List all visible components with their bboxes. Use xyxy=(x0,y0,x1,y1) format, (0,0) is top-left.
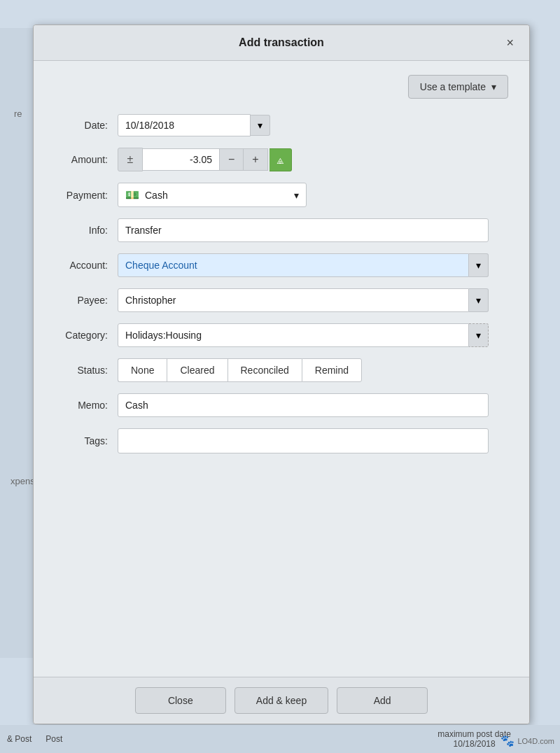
status-row: Status: None Cleared Reconciled Remind xyxy=(55,358,508,382)
sidebar xyxy=(0,28,35,658)
payment-label: Payment: xyxy=(55,190,118,201)
max-date-value: 10/18/2018 xyxy=(454,739,496,749)
chevron-down-icon xyxy=(294,190,299,201)
payment-left: 💵 Cash xyxy=(125,188,168,202)
chevron-down-icon xyxy=(491,81,496,92)
memo-row: Memo: xyxy=(55,393,508,417)
memo-label: Memo: xyxy=(55,400,118,411)
close-button[interactable]: Close xyxy=(135,687,226,714)
payee-container xyxy=(118,288,489,312)
payee-input[interactable] xyxy=(118,288,469,312)
date-label: Date: xyxy=(55,120,118,131)
amount-minus-button[interactable]: − xyxy=(220,148,244,171)
payee-row: Payee: xyxy=(55,288,508,312)
cash-icon: 💵 xyxy=(125,188,139,202)
status-none-button[interactable]: None xyxy=(118,358,167,382)
tags-label: Tags: xyxy=(55,435,118,446)
max-date-container: maximum post date 10/18/2018 xyxy=(438,729,511,749)
tags-input[interactable] xyxy=(118,428,489,453)
amount-input[interactable] xyxy=(143,148,220,171)
close-icon[interactable]: × xyxy=(502,34,518,52)
amount-split-button[interactable]: ⟁ xyxy=(270,148,292,171)
watermark-text: LO4D.com xyxy=(517,737,554,745)
chevron-down-icon xyxy=(476,261,481,271)
category-row: Category: xyxy=(55,323,508,347)
amount-label: Amount: xyxy=(55,154,118,165)
split-icon: ⟁ xyxy=(276,153,284,167)
payment-value: Cash xyxy=(145,190,168,201)
info-row: Info: xyxy=(55,218,508,242)
sidebar-xpens-label: xpens xyxy=(10,476,35,486)
category-input[interactable] xyxy=(118,323,469,347)
amount-sign: ± xyxy=(118,148,143,171)
modal-body: Use a template Date: Amount: ± − + xyxy=(34,61,529,479)
modal-title: Add transaction xyxy=(239,36,324,49)
info-input[interactable] xyxy=(118,218,489,242)
chevron-down-icon xyxy=(476,331,481,341)
memo-input[interactable] xyxy=(118,393,489,417)
account-dropdown-button[interactable] xyxy=(469,253,489,277)
watermark: 🐾 LO4D.com xyxy=(500,734,554,747)
account-input[interactable] xyxy=(118,253,469,277)
date-row: Date: xyxy=(55,114,508,136)
category-container xyxy=(118,323,489,347)
sidebar-re-label: re xyxy=(14,108,22,119)
payment-row: Payment: 💵 Cash xyxy=(55,183,508,207)
account-row: Account: xyxy=(55,253,508,277)
date-container xyxy=(118,114,270,136)
post-label: & Post xyxy=(7,734,31,744)
max-date-label: maximum post date xyxy=(438,729,511,739)
add-button[interactable]: Add xyxy=(337,687,428,714)
status-reconciled-button[interactable]: Reconciled xyxy=(227,358,302,382)
status-remind-button[interactable]: Remind xyxy=(302,358,362,382)
account-container xyxy=(118,253,489,277)
chevron-down-icon xyxy=(476,296,481,306)
tags-row: Tags: xyxy=(55,428,508,453)
account-label: Account: xyxy=(55,260,118,271)
category-dropdown-button[interactable] xyxy=(469,323,489,347)
status-container: None Cleared Reconciled Remind xyxy=(118,358,362,382)
use-template-button[interactable]: Use a template xyxy=(408,75,508,99)
date-dropdown-button[interactable] xyxy=(251,115,270,136)
amount-container: ± − + ⟁ xyxy=(118,148,292,171)
payment-dropdown[interactable]: 💵 Cash xyxy=(118,183,307,207)
payee-dropdown-button[interactable] xyxy=(469,288,489,312)
modal-header: Add transaction × xyxy=(34,25,529,61)
add-keep-button[interactable]: Add & keep xyxy=(234,687,328,714)
status-bar: & Post Post maximum post date 10/18/2018… xyxy=(0,725,560,753)
template-row: Use a template xyxy=(55,75,508,99)
amount-plus-button[interactable]: + xyxy=(244,148,267,171)
amount-row: Amount: ± − + ⟁ xyxy=(55,148,508,171)
status-cleared-button[interactable]: Cleared xyxy=(167,358,227,382)
post-only-label: Post xyxy=(46,734,62,744)
status-label: Status: xyxy=(55,365,118,376)
chevron-down-icon xyxy=(258,121,262,131)
watermark-icon: 🐾 xyxy=(500,734,514,747)
add-transaction-modal: Add transaction × Use a template Date: A… xyxy=(33,24,530,724)
payee-label: Payee: xyxy=(55,295,118,306)
modal-footer: Close Add & keep Add xyxy=(34,677,529,724)
category-label: Category: xyxy=(55,330,118,341)
template-label: Use a template xyxy=(420,81,486,92)
info-label: Info: xyxy=(55,225,118,236)
date-input[interactable] xyxy=(118,114,251,136)
